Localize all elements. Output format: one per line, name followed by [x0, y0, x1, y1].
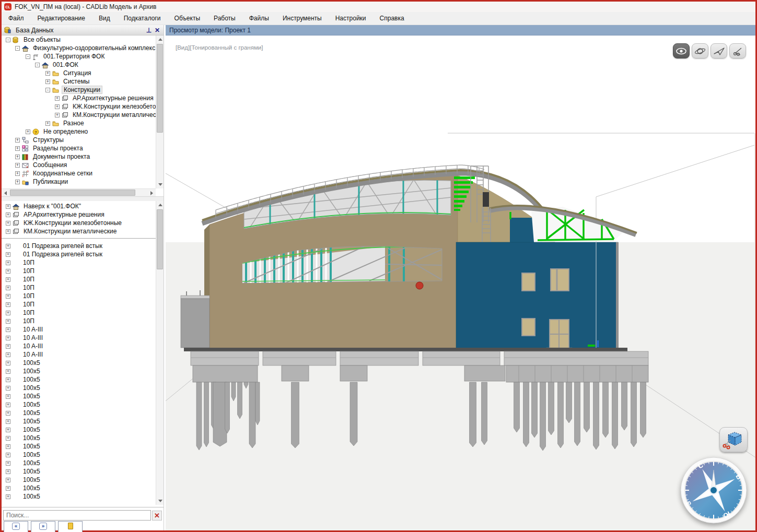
tree-item[interactable]: Все объекты [2, 36, 156, 44]
objects-list-item[interactable]: 100x5 [2, 425, 156, 434]
objects-list-item[interactable]: 100x5 [2, 459, 156, 467]
expander-icon[interactable] [6, 294, 10, 299]
tab-objects[interactable] [58, 521, 83, 532]
model-3d-scene[interactable] [166, 36, 755, 530]
expander-icon[interactable] [6, 461, 10, 466]
tree-item[interactable]: КЖ.Конструкции железобетонные [2, 102, 156, 111]
expander-icon[interactable] [6, 352, 10, 357]
tree-item[interactable]: 1АКоординатные сетки [2, 169, 156, 178]
expander-icon[interactable] [6, 428, 10, 432]
tab-expand-all[interactable]: » [31, 521, 55, 532]
objects-nav-item[interactable]: КМ.Конструкции металлические [2, 227, 156, 235]
expander-icon[interactable] [6, 403, 10, 407]
objects-list-item[interactable]: 01 Подрезка ригелей встык [2, 250, 156, 258]
objects-list-item[interactable]: 100x5 [2, 492, 156, 501]
tree-item[interactable]: Ситуация [2, 69, 156, 77]
tree-item[interactable]: Структуры [2, 136, 156, 144]
expander-icon[interactable] [6, 344, 10, 349]
expander-icon[interactable] [6, 361, 10, 365]
expander-icon[interactable] [15, 163, 20, 168]
menu-item-1[interactable]: Файл [2, 13, 31, 24]
menu-item-9[interactable]: Настройки [329, 13, 373, 24]
objects-list-item[interactable]: 10П [2, 309, 156, 317]
model-canvas[interactable]: [Вид][Тонированный с гранями] [166, 36, 755, 530]
navigation-compass[interactable]: С В Ю З [679, 455, 749, 525]
menu-item-8[interactable]: Инструменты [276, 13, 329, 24]
objects-list-item[interactable]: 100x5 [2, 384, 156, 392]
expander-icon[interactable] [15, 46, 20, 51]
expander-icon[interactable] [45, 79, 50, 84]
expander-icon[interactable] [6, 394, 10, 399]
tree-item[interactable]: АР.Архитектурные решения [2, 94, 156, 102]
tree-item[interactable]: 001.ФОК [2, 61, 156, 69]
objects-list-item[interactable]: 100x5 [2, 434, 156, 442]
objects-nav-item[interactable]: КЖ.Конструкции железобетонные [2, 219, 156, 227]
tree-item[interactable]: ?Не определено [2, 127, 156, 136]
expander-icon[interactable] [6, 336, 10, 340]
expander-icon[interactable] [6, 229, 10, 234]
expander-icon[interactable] [6, 494, 10, 499]
menu-item-6[interactable]: Работы [207, 13, 242, 24]
tree-item[interactable]: Разделы проекта [2, 144, 156, 152]
expander-icon[interactable] [15, 171, 20, 176]
objects-list-item[interactable]: 100x5 [2, 367, 156, 375]
expander-icon[interactable] [6, 244, 10, 249]
tree-item[interactable]: КМ.Конструкции металлические [2, 111, 156, 119]
panel-splitter[interactable] [2, 197, 164, 201]
menu-item-4[interactable]: Подкаталоги [117, 13, 168, 24]
expander-icon[interactable] [26, 129, 30, 134]
expander-icon[interactable] [6, 311, 10, 315]
expander-icon[interactable] [6, 261, 10, 265]
expander-icon[interactable] [6, 212, 10, 217]
objects-list-item[interactable]: 10П [2, 300, 156, 309]
menu-item-7[interactable]: Файлы [242, 13, 276, 24]
tree-item[interactable]: Разное [2, 119, 156, 127]
objects-vertical-scrollbar[interactable] [156, 201, 164, 505]
objects-list-item[interactable]: 10П [2, 258, 156, 267]
objects-list-item[interactable]: 100x5 [2, 417, 156, 425]
expander-icon[interactable] [6, 377, 10, 382]
expander-icon[interactable] [15, 155, 20, 159]
expander-icon[interactable] [6, 486, 10, 491]
expander-icon[interactable] [45, 121, 50, 126]
tree-item[interactable]: Системы [2, 77, 156, 86]
eye-button[interactable] [673, 43, 690, 58]
objects-list-item[interactable]: 100x5 [2, 484, 156, 492]
expander-icon[interactable] [6, 369, 10, 374]
tab-collapse-all[interactable]: « [4, 521, 28, 532]
fly-button[interactable] [711, 43, 727, 58]
expander-icon[interactable] [6, 436, 10, 441]
expander-icon[interactable] [15, 146, 20, 151]
objects-list-item[interactable]: 100x5 [2, 451, 156, 459]
expander-icon[interactable] [55, 113, 60, 117]
objects-list-item[interactable]: 10 A-III [2, 334, 156, 342]
objects-nav-item[interactable]: Наверх к "001.ФОК" [2, 202, 156, 210]
objects-list-item[interactable]: 100x5 [2, 359, 156, 367]
close-icon[interactable]: ✕ [153, 27, 161, 34]
objects-list-item[interactable]: 10 A-III [2, 325, 156, 334]
expander-icon[interactable] [6, 444, 10, 449]
expander-icon[interactable] [6, 327, 10, 332]
clip-cube-button[interactable] [719, 427, 748, 452]
expander-icon[interactable] [6, 221, 10, 226]
tree-item[interactable]: Физкультурно-оздоровительный комплекс [2, 44, 156, 52]
expander-icon[interactable] [6, 38, 10, 42]
expander-icon[interactable] [6, 269, 10, 274]
expander-icon[interactable] [6, 252, 10, 257]
expander-icon[interactable] [6, 286, 10, 290]
expander-icon[interactable] [6, 277, 10, 282]
menu-item-3[interactable]: Вид [92, 13, 117, 24]
expander-icon[interactable] [6, 411, 10, 416]
expander-icon[interactable] [55, 96, 60, 101]
search-clear-icon[interactable]: ✕ [152, 511, 162, 521]
tree-item[interactable]: Сообщения [2, 161, 156, 169]
expander-icon[interactable] [6, 302, 10, 307]
objects-list-item[interactable]: 10П [2, 283, 156, 292]
expander-icon[interactable] [6, 386, 10, 391]
expander-icon[interactable] [6, 478, 10, 482]
expander-icon[interactable] [45, 88, 50, 92]
objects-list-item[interactable]: 100x5 [2, 409, 156, 417]
tree-item[interactable]: 001.Территория ФОК [2, 52, 156, 61]
tree-vertical-scrollbar[interactable] [156, 36, 164, 188]
objects-list-item[interactable]: 100x5 [2, 400, 156, 409]
